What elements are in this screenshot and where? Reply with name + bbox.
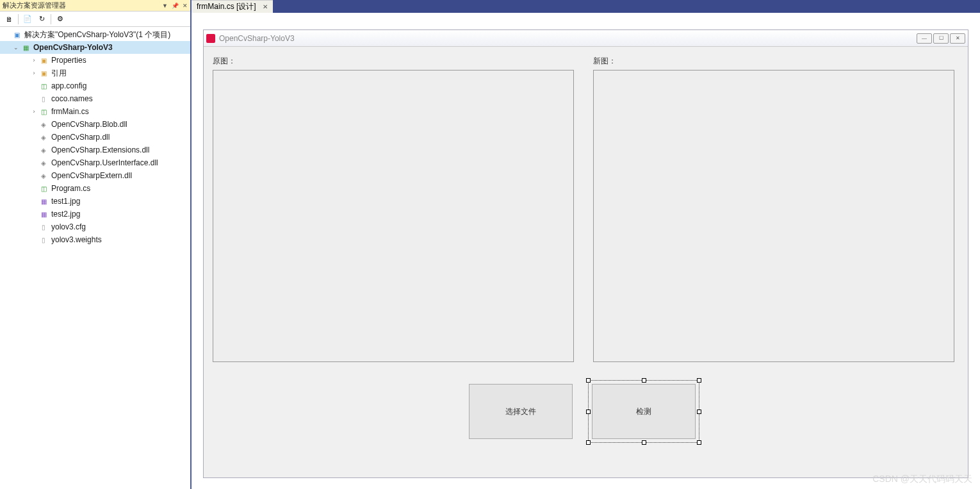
tree-item-label: Properties	[51, 56, 86, 65]
tree-item[interactable]: ◈OpenCvSharp.UserInterface.dll	[0, 156, 190, 169]
solution-label: 解决方案"OpenCvSharp-YoloV3"(1 个项目)	[24, 29, 170, 40]
panel-close-icon[interactable]: ✕	[183, 3, 188, 9]
tree-item-label: test2.jpg	[51, 210, 80, 219]
document-tab[interactable]: frmMain.cs [设计] ✕	[192, 0, 273, 13]
cs-icon: ◫	[38, 106, 49, 117]
panel-controls: ▼ 📌 ✕	[162, 3, 188, 9]
tree-item-label: yolov3.cfg	[51, 222, 86, 231]
file-icon: ▯	[38, 235, 49, 245]
folder-icon: ▣	[38, 55, 49, 65]
toolbar-properties-icon[interactable]: 🗎	[3, 13, 15, 26]
file-icon: ▯	[38, 94, 49, 104]
tree-item-label: test1.jpg	[51, 197, 80, 206]
img-icon: ▦	[38, 209, 49, 219]
label-new[interactable]: 新图：	[593, 56, 616, 67]
tree-item-label: 引用	[51, 68, 67, 79]
document-tab-bar: frmMain.cs [设计] ✕	[192, 0, 980, 13]
tab-close-icon[interactable]: ✕	[263, 3, 268, 10]
resize-handle[interactable]	[586, 440, 591, 445]
toolbar-separator	[51, 14, 51, 24]
project-label: OpenCvSharp-YoloV3	[33, 43, 113, 52]
button-label: 检测	[636, 406, 651, 417]
picturebox-original[interactable]	[213, 70, 574, 362]
panel-dropdown-icon[interactable]: ▼	[162, 3, 168, 9]
tree-item[interactable]: ▯yolov3.cfg	[0, 220, 190, 233]
tree-item-label: OpenCvSharp.UserInterface.dll	[51, 158, 158, 167]
maximize-icon[interactable]: ☐	[933, 33, 949, 44]
tree-item[interactable]: ◫Program.cs	[0, 182, 190, 195]
tree-item[interactable]: ◈OpenCvSharp.Blob.dll	[0, 118, 190, 131]
form-app-icon	[206, 34, 215, 43]
resize-handle[interactable]	[642, 440, 646, 445]
resize-handle[interactable]	[697, 410, 701, 414]
resize-handle[interactable]	[697, 378, 701, 383]
solution-tree[interactable]: ▣ 解决方案"OpenCvSharp-YoloV3"(1 个项目) ⌄ ▦ Op…	[0, 27, 190, 489]
tree-item[interactable]: ›▣引用	[0, 67, 190, 79]
tree-item[interactable]: ▦test2.jpg	[0, 208, 190, 220]
toolbar-separator	[18, 14, 19, 24]
file-icon: ▯	[38, 222, 49, 232]
tree-item-label: coco.names	[51, 94, 93, 103]
dll-icon: ◈	[38, 119, 49, 129]
form-titlebar: OpenCvSharp-YoloV3 — ☐ ✕	[204, 30, 968, 47]
select-file-button[interactable]: 选择文件	[469, 384, 573, 439]
tree-item[interactable]: ▦test1.jpg	[0, 195, 190, 208]
panel-title: 解决方案资源管理器	[3, 1, 66, 10]
img-icon: ▦	[38, 196, 49, 206]
resize-handle[interactable]	[586, 410, 591, 414]
resize-handle[interactable]	[586, 378, 591, 383]
form-window-buttons: — ☐ ✕	[917, 33, 965, 44]
tree-item-label: Program.cs	[51, 184, 90, 193]
designer-surface[interactable]: OpenCvSharp-YoloV3 — ☐ ✕ 原图： 新图： 选择文件 检测	[192, 13, 980, 489]
solution-node[interactable]: ▣ 解决方案"OpenCvSharp-YoloV3"(1 个项目)	[0, 28, 190, 41]
tree-item-label: frmMain.cs	[51, 107, 89, 116]
expander-icon[interactable]: ›	[29, 108, 38, 115]
tree-item[interactable]: ◈OpenCvSharp.dll	[0, 131, 190, 144]
toolbar-showall-icon[interactable]: 📄	[21, 13, 34, 26]
toolbar-viewcode-icon[interactable]: ⚙	[54, 13, 67, 26]
tree-item[interactable]: ▯coco.names	[0, 92, 190, 105]
form-window[interactable]: OpenCvSharp-YoloV3 — ☐ ✕ 原图： 新图： 选择文件 检测	[203, 29, 968, 478]
cs-icon: ◫	[38, 81, 49, 91]
expander-icon[interactable]: ⌄	[12, 44, 20, 51]
main-area: frmMain.cs [设计] ✕ OpenCvSharp-YoloV3 — ☐…	[192, 0, 980, 489]
solution-explorer-panel: 解决方案资源管理器 ▼ 📌 ✕ 🗎 📄 ↻ ⚙ ▣ 解决方案"OpenCvSha…	[0, 0, 192, 489]
resize-handle[interactable]	[642, 378, 646, 383]
detect-button[interactable]: 检测	[592, 384, 696, 439]
cs-icon: ◫	[38, 183, 49, 194]
tree-item[interactable]: ▯yolov3.weights	[0, 233, 190, 246]
tree-item[interactable]: ◫app.config	[0, 79, 190, 92]
project-node[interactable]: ⌄ ▦ OpenCvSharp-YoloV3	[0, 41, 190, 54]
expander-icon[interactable]: ›	[29, 70, 38, 76]
dll-icon: ◈	[38, 145, 49, 155]
dll-icon: ◈	[38, 132, 49, 142]
form-body[interactable]: 原图： 新图： 选择文件 检测	[204, 47, 968, 57]
folder-icon: ▣	[38, 68, 49, 78]
tree-item-label: OpenCvSharp.Extensions.dll	[51, 145, 149, 154]
solution-toolbar: 🗎 📄 ↻ ⚙	[0, 12, 190, 27]
label-original[interactable]: 原图：	[213, 56, 236, 67]
form-title: OpenCvSharp-YoloV3	[219, 34, 295, 43]
tab-label: frmMain.cs [设计]	[197, 1, 256, 12]
picturebox-new[interactable]	[593, 70, 954, 362]
tree-item-label: OpenCvSharpExtern.dll	[51, 171, 132, 180]
button-label: 选择文件	[505, 406, 536, 417]
resize-handle[interactable]	[697, 440, 701, 445]
tree-item[interactable]: ◈OpenCvSharpExtern.dll	[0, 169, 190, 182]
dll-icon: ◈	[38, 158, 49, 168]
tree-item-label: OpenCvSharp.dll	[51, 133, 110, 142]
close-icon[interactable]: ✕	[950, 33, 965, 44]
toolbar-refresh-icon[interactable]: ↻	[35, 13, 48, 26]
dll-icon: ◈	[38, 170, 49, 181]
tree-item[interactable]: ›▣Properties	[0, 54, 190, 67]
tree-item-label: yolov3.weights	[51, 235, 102, 244]
panel-pin-icon[interactable]: 📌	[172, 3, 179, 9]
csproject-icon: ▦	[20, 42, 31, 53]
solution-icon: ▣	[12, 29, 22, 40]
tree-item[interactable]: ◈OpenCvSharp.Extensions.dll	[0, 144, 190, 156]
tree-item-label: OpenCvSharp.Blob.dll	[51, 120, 127, 129]
panel-header: 解决方案资源管理器 ▼ 📌 ✕	[0, 0, 190, 12]
minimize-icon[interactable]: —	[917, 33, 932, 44]
tree-item[interactable]: ›◫frmMain.cs	[0, 105, 190, 118]
expander-icon[interactable]: ›	[29, 57, 38, 63]
